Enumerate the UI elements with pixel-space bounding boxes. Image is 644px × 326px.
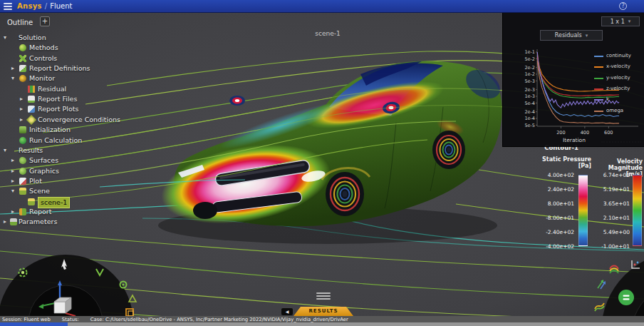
- expanded-arrow-icon[interactable]: ▾: [4, 33, 6, 43]
- tree-item-label: Report: [29, 207, 52, 217]
- tree-item-label: Report Plots: [38, 104, 78, 114]
- equals-button[interactable]: [618, 290, 634, 305]
- velocity-colorbar: [633, 175, 642, 246]
- colorbar-tick-label: 3.65e+01: [598, 200, 630, 207]
- tree-item-controls[interactable]: Controls: [0, 54, 150, 63]
- tree-item-report[interactable]: ▸Report: [0, 207, 150, 217]
- tree-item-convergence-conditions[interactable]: ▸Convergence Conditions: [0, 115, 150, 125]
- parameters-icon: [10, 218, 17, 225]
- svg-text:1e-2: 1e-2: [524, 71, 535, 77]
- pathlines-icon[interactable]: [595, 303, 604, 311]
- svg-text:2e-3: 2e-3: [524, 87, 535, 93]
- svg-text:400: 400: [581, 130, 589, 136]
- tree-item-report-plots[interactable]: ▸Report Plots: [0, 104, 150, 114]
- expanded-arrow-icon[interactable]: ▾: [11, 186, 14, 196]
- bottom-strip: [0, 322, 644, 326]
- tree-item-initialization[interactable]: Initialization: [0, 125, 150, 135]
- tree-item-plot[interactable]: ▸Plot: [0, 176, 150, 186]
- tree-item-methods[interactable]: Methods: [0, 43, 150, 53]
- colorbar-tick-label: 2.10e+01: [598, 215, 630, 221]
- tree-item-parameters[interactable]: ▸Parameters: [0, 217, 150, 227]
- colorbar-tick-label: -4.00e+02: [530, 243, 574, 250]
- collapsed-arrow-icon[interactable]: ▸: [11, 176, 14, 186]
- tree-item-monitor[interactable]: ▾Monitor: [0, 73, 150, 83]
- tree-item-solution[interactable]: ▾Solution: [0, 33, 150, 43]
- case-path: Case: C:/Users/sdellbau/OneDrive - ANSYS…: [90, 317, 348, 322]
- outline-panel: Outline + ▾SolutionMethodsControls▸Repor…: [0, 13, 150, 248]
- tree-item-label: Residual: [38, 84, 66, 94]
- tree-item-scene[interactable]: ▾Scene: [0, 186, 150, 196]
- triangle-icon[interactable]: [129, 295, 136, 302]
- collapsed-arrow-icon[interactable]: ▸: [20, 115, 23, 125]
- tree-item-label: Surfaces: [29, 156, 58, 165]
- collapsed-arrow-icon[interactable]: ▸: [4, 217, 6, 227]
- colorbar-tick-label: -1.00e+01: [598, 243, 630, 250]
- menu-hamburger-icon[interactable]: [4, 3, 12, 10]
- tree-item-residual[interactable]: Residual: [0, 84, 150, 94]
- tree-item-graphics[interactable]: ▸Graphics: [0, 166, 150, 176]
- collapsed-arrow-icon[interactable]: ▸: [20, 94, 23, 104]
- tree-item-label: Report Files: [38, 94, 77, 104]
- svg-text:1e-4: 1e-4: [524, 116, 535, 121]
- colorbar-tick-label: 2.40e+02: [530, 186, 574, 193]
- collapsed-arrow-icon[interactable]: ▸: [11, 207, 14, 217]
- run-calculation-icon: [19, 137, 26, 144]
- colorbar-tick-label: -2.40e+02: [530, 229, 574, 235]
- tree-item-label: Scene: [29, 186, 50, 196]
- report-files-icon: [28, 96, 35, 103]
- report-icon: [19, 208, 26, 215]
- svg-text:1e-1: 1e-1: [524, 49, 535, 55]
- report-plots-icon: [28, 106, 35, 113]
- collapsed-arrow-icon[interactable]: ▸: [11, 166, 14, 176]
- view-list-icon[interactable]: [316, 292, 331, 302]
- tree-item-label: Methods: [29, 43, 58, 53]
- view-toolbar-ring: [0, 253, 142, 326]
- tree-item-label: Graphics: [29, 166, 59, 176]
- rear-wheel: [432, 131, 465, 169]
- tree-item-label: Convergence Conditions: [38, 115, 120, 125]
- add-view-button[interactable]: +: [40, 16, 50, 26]
- top-app-bar: Ansys/Fluent ?: [0, 0, 644, 13]
- tree-item-label: Initialization: [29, 125, 71, 135]
- plot-icon: [19, 178, 26, 185]
- colorbar-tick-label: 5.49e+00: [598, 229, 630, 235]
- tree-item-label: Solution: [19, 33, 46, 43]
- front-wheel: [326, 172, 364, 216]
- tree-item-label: Parameters: [19, 217, 57, 227]
- tree-item-results[interactable]: ▾Results: [0, 146, 150, 156]
- contours-icon[interactable]: [610, 266, 618, 274]
- methods-icon: [19, 44, 26, 51]
- results-tab[interactable]: RESULTS: [294, 307, 353, 316]
- tree-item-report-files[interactable]: ▸Report Files: [0, 94, 150, 104]
- vectors-icon[interactable]: [598, 280, 606, 289]
- svg-text:Iteration: Iteration: [563, 137, 586, 143]
- collapsed-arrow-icon[interactable]: ▸: [11, 156, 14, 165]
- report-definitions-icon: [19, 65, 26, 72]
- left-mirror: [229, 96, 245, 106]
- collapsed-arrow-icon[interactable]: ▸: [11, 63, 14, 73]
- tree-item-run-calculation[interactable]: Run Calculation: [0, 136, 150, 146]
- svg-text:5e-3: 5e-3: [524, 78, 535, 84]
- convergence-icon: [26, 115, 36, 125]
- collapse-tab-arrow[interactable]: ◀: [281, 308, 293, 315]
- status-bar: Session: Fluent web Status: Case: C:/Use…: [0, 316, 644, 322]
- colorbar-tick-label: 6.74e+01: [598, 172, 630, 178]
- collapsed-arrow-icon[interactable]: ▸: [20, 104, 23, 114]
- scene-icon: [19, 188, 26, 195]
- svg-text:2e-4: 2e-4: [524, 109, 535, 115]
- colorbar-tick-label: -8.00e+01: [530, 215, 574, 221]
- tree-item-label: Plot: [29, 176, 42, 186]
- expanded-arrow-icon[interactable]: ▾: [4, 146, 6, 156]
- tree-item-surfaces[interactable]: ▸Surfaces: [0, 156, 150, 165]
- results-toolbar-ring: [584, 250, 644, 326]
- tree-item-report-definitions[interactable]: ▸Report Definitions: [0, 63, 150, 73]
- residuals-panel: 1 x 1▾ Residuals▾ 1e-15e-22e-21e-25e-32e…: [502, 13, 644, 147]
- scene-item-icon: [28, 198, 35, 205]
- tree-item-scene-1[interactable]: scene-1: [0, 197, 150, 207]
- colorbar-tick-label: 4.00e+02: [530, 172, 574, 178]
- expanded-arrow-icon[interactable]: ▾: [11, 73, 14, 83]
- help-icon[interactable]: ?: [619, 2, 627, 10]
- status-label: Status:: [62, 317, 79, 322]
- ansys-logo: Ansys: [17, 2, 42, 10]
- tree-item-label: Monitor: [29, 73, 55, 83]
